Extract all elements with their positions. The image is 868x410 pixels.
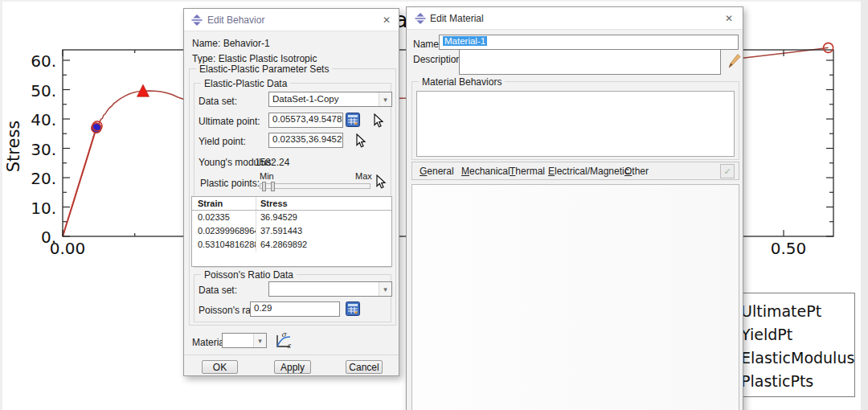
plastic-points-table[interactable]: StrainStress0.0233536.945290.02399968964… <box>191 196 392 267</box>
pick-cursor-icon[interactable] <box>354 133 367 149</box>
plastic-points-label: Plastic points: <box>200 178 260 189</box>
abaqus-app-icon <box>415 13 426 24</box>
pick-cursor-icon[interactable] <box>372 113 385 129</box>
behavior-type-line: Type: Elastic Plastic Isotropic <box>192 53 317 64</box>
group-poisson-label: Poisson's Ratio Data <box>201 269 297 281</box>
material-close-icon[interactable]: ✕ <box>723 12 735 25</box>
table-cell: 37.591443 <box>256 224 391 238</box>
table-header-cell: Strain <box>192 197 256 210</box>
ultimate-point-label: Ultimate point: <box>199 116 260 127</box>
y-tick-label: 10. <box>31 199 56 218</box>
x-tick-label: 0.50 <box>771 239 807 258</box>
menu-item-other[interactable]: Other <box>624 166 649 177</box>
edit-behavior-dialog: Edit Behavior ✕ Name: Behavior-1 Type: E… <box>183 8 399 376</box>
abaqus-app-icon <box>191 14 203 26</box>
youngs-modulus-value: 1582.24 <box>255 157 289 168</box>
table-header-cell: Stress <box>256 197 391 210</box>
table-cell: 36.94529 <box>256 211 391 224</box>
description-textarea[interactable] <box>459 49 721 75</box>
data-set-combo[interactable]: DataSet-1-Copy ▾ <box>268 92 392 107</box>
table-row[interactable]: 0.53104816288764.2869892 <box>192 238 391 252</box>
y-axis-label: Stress <box>4 121 23 173</box>
yield-point-input[interactable]: 0.02335,36.94529 <box>268 133 343 148</box>
group-elastic-plastic-data-label: Elastic-Plastic Data <box>201 78 290 89</box>
chevron-down-icon: ▾ <box>379 282 391 296</box>
menu-item-thermal[interactable]: Thermal <box>510 166 545 177</box>
cancel-button[interactable]: Cancel <box>346 360 383 374</box>
y-tick-label: 30. <box>31 140 56 159</box>
behavior-dialog-title: Edit Behavior <box>207 14 264 26</box>
table-cell: 0.023999689647 <box>192 224 256 238</box>
table-header-row: StrainStress <box>192 197 391 211</box>
ok-button[interactable]: OK <box>202 360 238 374</box>
legend-entry: PlasticPts <box>741 370 854 393</box>
poisson-data-set-combo[interactable]: ▾ <box>268 281 392 297</box>
edit-material-dialog: Edit Material ✕ Name: Material-1 Descrip… <box>406 6 743 410</box>
legend-entry: UltimatePt <box>741 300 854 323</box>
table-cell: 64.2869892 <box>256 238 391 252</box>
calculator-icon[interactable] <box>346 301 360 316</box>
y-tick-label: 50. <box>31 81 56 100</box>
y-tick-label: 60. <box>31 51 56 71</box>
table-cell: 0.02335 <box>192 211 256 224</box>
y-tick-label: 40. <box>31 110 56 129</box>
chevron-down-icon: ▾ <box>253 334 266 347</box>
table-row[interactable]: 0.0233536.94529 <box>192 211 391 224</box>
legend-entry: YieldPt <box>741 323 854 346</box>
material-parameters-panel <box>411 184 739 410</box>
pick-cursor-icon[interactable] <box>375 174 387 190</box>
poisson-data-set-label: Data set: <box>199 285 237 296</box>
table-row[interactable]: 0.02399968964737.591443 <box>192 224 391 238</box>
pencil-edit-icon[interactable] <box>727 52 741 70</box>
svg-text:ε: ε <box>287 342 292 350</box>
slider-handle-min[interactable] <box>262 182 266 191</box>
table-cell: 0.531048162887 <box>192 238 256 252</box>
menu-item-electrical-magnetic[interactable]: Electrical/Magnetic <box>548 166 629 177</box>
material-combo[interactable]: ▾ <box>222 333 267 348</box>
material-name-label: Name: <box>413 39 441 50</box>
ultimate-point-input[interactable]: 0.05573,49.54785 <box>268 113 343 128</box>
stress-strain-plot-icon[interactable]: σ ε <box>275 330 293 350</box>
apply-button[interactable]: Apply <box>274 360 311 374</box>
x-tick-label: 0.00 <box>50 239 86 258</box>
material-dialog-title: Edit Material <box>430 13 484 24</box>
behavior-titlebar[interactable]: Edit Behavior ✕ <box>184 9 399 31</box>
plastic-points-range-slider[interactable] <box>260 183 371 189</box>
legend-entry: ElasticModulus <box>741 346 854 370</box>
data-set-value: DataSet-1-Copy <box>272 94 338 104</box>
menu-item-mechanical[interactable]: Mechanical <box>461 166 510 177</box>
material-name-input[interactable]: Material-1 <box>439 35 739 50</box>
chevron-down-icon: ▾ <box>379 92 391 106</box>
material-behavior-menubar: ✓ GeneralMechanicalThermalElectrical/Mag… <box>411 162 739 180</box>
menu-item-general[interactable]: General <box>420 166 454 177</box>
slider-handle-max[interactable] <box>271 182 275 191</box>
selected-text: Material-1 <box>443 36 487 46</box>
calculator-icon[interactable] <box>346 113 360 127</box>
description-label: Description: <box>413 54 464 65</box>
slider-max-label: Max <box>355 171 372 181</box>
slider-min-label: Min <box>260 171 274 181</box>
confirm-check-icon[interactable]: ✓ <box>720 164 735 178</box>
material-behaviors-list[interactable] <box>416 91 735 157</box>
poisson-ratio-input[interactable]: 0.29 <box>250 301 340 317</box>
y-tick-label: 20. <box>31 169 56 188</box>
behavior-name-line: Name: Behavior-1 <box>192 38 270 49</box>
data-set-label: Data set: <box>199 96 237 107</box>
behavior-close-icon[interactable]: ✕ <box>380 14 393 27</box>
material-titlebar[interactable]: Edit Material ✕ <box>407 7 743 30</box>
group-material-behaviors-label: Material Behaviors <box>419 76 505 88</box>
group-parameter-sets-label: Elastic-Plastic Parameter Sets <box>196 64 332 75</box>
yield-point-label: Yield point: <box>199 136 246 147</box>
